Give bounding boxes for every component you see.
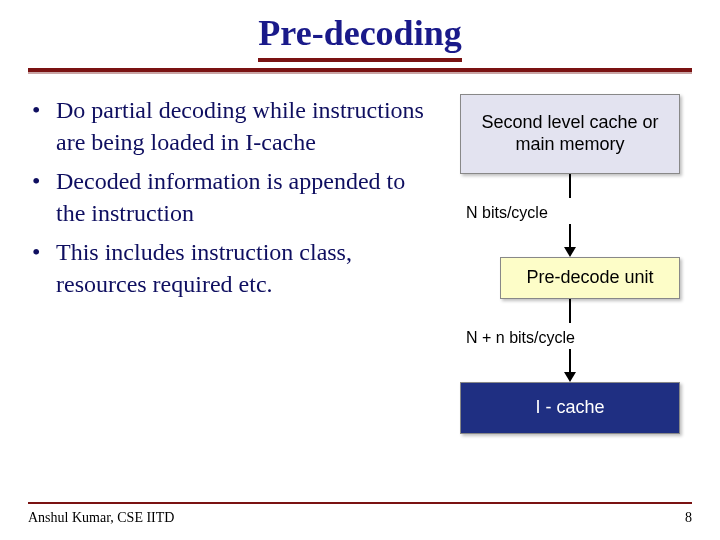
box-predecode-unit: Pre-decode unit <box>500 257 680 299</box>
bullet-item: This includes instruction class, resourc… <box>28 236 432 301</box>
bullet-item: Do partial decoding while instructions a… <box>28 94 432 159</box>
footer-author: Anshul Kumar, CSE IITD <box>28 510 174 526</box>
box-label: Second level cache or main memory <box>461 112 679 155</box>
bullet-column: Do partial decoding while instructions a… <box>28 94 440 434</box>
arrow-2: N + n bits/cycle <box>460 299 680 382</box>
footer-page-number: 8 <box>685 510 692 526</box>
content-area: Do partial decoding while instructions a… <box>0 72 720 434</box>
page-title: Pre-decoding <box>258 12 461 62</box>
title-rule <box>28 68 692 72</box>
diagram-column: Second level cache or main memory N bits… <box>440 94 700 434</box>
box-label: I - cache <box>535 397 604 419</box>
box-label: Pre-decode unit <box>526 267 653 289</box>
box-icache: I - cache <box>460 382 680 434</box>
arrow-1: N bits/cycle <box>460 174 680 257</box>
box-second-level-cache: Second level cache or main memory <box>460 94 680 174</box>
arrow-label: N + n bits/cycle <box>466 329 575 347</box>
arrow-label: N bits/cycle <box>466 204 548 222</box>
bullet-item: Decoded information is appended to the i… <box>28 165 432 230</box>
footer: Anshul Kumar, CSE IITD 8 <box>28 502 692 526</box>
